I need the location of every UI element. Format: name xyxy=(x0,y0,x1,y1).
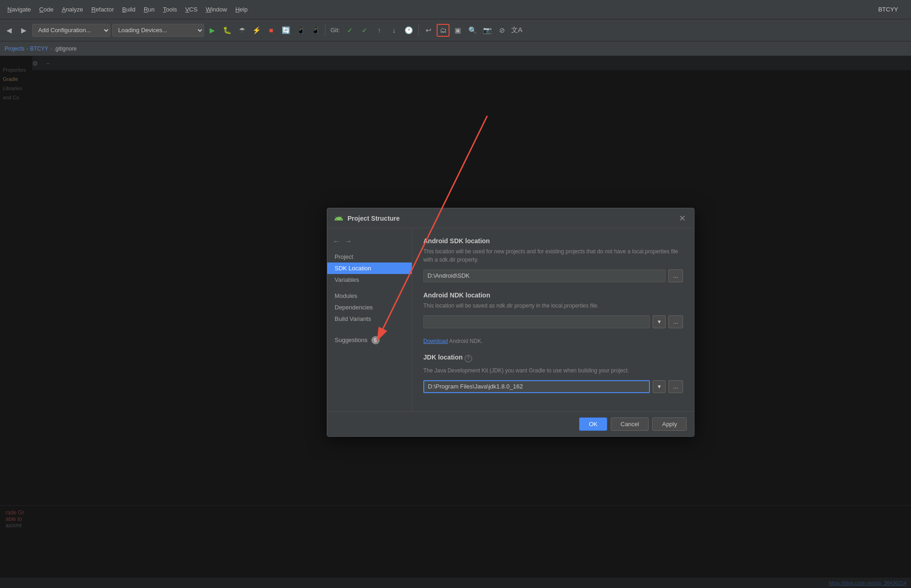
dialog-header: Project Structure ✕ xyxy=(327,208,694,228)
android-icon xyxy=(334,213,344,223)
avd-manager-button[interactable]: 📱 xyxy=(309,24,322,37)
sdk-section-desc: This location will be used for new proje… xyxy=(423,247,683,264)
menu-window[interactable]: Window xyxy=(202,4,231,15)
git-commit-button[interactable]: ✓ xyxy=(358,24,371,37)
jdk-dropdown-button[interactable]: ▾ xyxy=(653,380,666,393)
dialog-footer: OK Cancel Apply xyxy=(327,411,694,436)
menu-build[interactable]: Build xyxy=(119,4,139,15)
dialog-nav-controls: ← → xyxy=(327,234,412,248)
jdk-path-input[interactable] xyxy=(423,380,650,393)
sdk-section-title: Android SDK location xyxy=(423,237,683,245)
forward-button[interactable]: ▶ xyxy=(17,24,30,37)
dialog-body: ← → Project SDK Location Variables Modul… xyxy=(327,228,694,411)
jdk-title-row: JDK location ? xyxy=(423,354,683,364)
separator-2 xyxy=(418,25,419,36)
toolbar: ◀ ▶ Add Configuration... Loading Devices… xyxy=(0,19,911,41)
menu-run[interactable]: Run xyxy=(140,4,159,15)
screenshot-button[interactable]: 📷 xyxy=(481,24,494,37)
sdk-path-row: ... xyxy=(423,269,683,282)
sync-button[interactable]: 🔄 xyxy=(279,24,292,37)
git-label: Git: xyxy=(330,27,340,34)
back-button[interactable]: ◀ xyxy=(3,24,16,37)
nav-item-project[interactable]: Project xyxy=(327,251,412,263)
git-update-button[interactable]: ✓ xyxy=(343,24,356,37)
sdk-path-input[interactable] xyxy=(423,269,666,282)
nav-item-variables[interactable]: Variables xyxy=(327,274,412,285)
split-view-button[interactable]: ▣ xyxy=(451,24,464,37)
menu-bar: Navigate Code Analyze Refactor Build Run… xyxy=(0,0,911,19)
download-ndk-link[interactable]: Download xyxy=(423,338,448,344)
git-history-button[interactable]: 🕐 xyxy=(402,24,415,37)
breadcrumb-file: .gitignore xyxy=(54,46,76,52)
menu-help[interactable]: Help xyxy=(232,4,251,15)
translate-button[interactable]: 文A xyxy=(510,24,523,37)
device-dropdown[interactable]: Loading Devices... xyxy=(112,24,204,37)
no-button[interactable]: ⊘ xyxy=(495,24,508,37)
dialog-main-content: Android SDK location This location will … xyxy=(412,228,694,411)
stop-button[interactable]: ■ xyxy=(265,24,278,37)
jdk-section-desc: The Java Development Kit (JDK) you want … xyxy=(423,366,683,375)
ndk-path-row: ▾ ... xyxy=(423,315,683,328)
undo-button[interactable]: ↩ xyxy=(422,24,435,37)
ndk-path-input[interactable] xyxy=(423,315,650,328)
run-button[interactable]: ▶ xyxy=(206,24,219,37)
menu-tools[interactable]: Tools xyxy=(159,4,181,15)
menu-analyze[interactable]: Analyze xyxy=(58,4,86,15)
dialog-back-btn[interactable]: ← xyxy=(332,236,341,246)
profile-button[interactable]: ⚡ xyxy=(250,24,263,37)
search-button[interactable]: 🔍 xyxy=(466,24,479,37)
git-push-button[interactable]: ↑ xyxy=(373,24,386,37)
jdk-browse-button[interactable]: ... xyxy=(668,380,683,393)
dialog-nav-section: Project SDK Location Variables xyxy=(327,249,412,285)
suggestions-count: 5 xyxy=(371,336,380,344)
breadcrumb-projects[interactable]: Projects xyxy=(5,46,24,52)
dialog-sidebar: ← → Project SDK Location Variables Modul… xyxy=(327,228,412,411)
jdk-help-icon[interactable]: ? xyxy=(465,355,472,362)
nav-item-dependencies[interactable]: Dependencies xyxy=(327,302,412,313)
jdk-path-row: ▾ ... xyxy=(423,380,683,393)
ok-button[interactable]: OK xyxy=(579,417,607,431)
breadcrumb-sep-1: › xyxy=(26,46,28,52)
menu-navigate[interactable]: Navigate xyxy=(4,4,34,15)
apply-button[interactable]: Apply xyxy=(652,417,687,431)
dialog-close-button[interactable]: ✕ xyxy=(677,213,688,224)
ndk-section-desc: This location will be saved as ndk.dir p… xyxy=(423,302,683,310)
cancel-button[interactable]: Cancel xyxy=(611,417,649,431)
menu-code[interactable]: Code xyxy=(35,4,57,15)
project-structure-dialog: Project Structure ✕ ← → Project SDK Loca… xyxy=(327,208,695,437)
breadcrumb-sep-2: › xyxy=(50,46,52,52)
highlighted-button[interactable]: 🗂 xyxy=(437,24,450,37)
coverage-button[interactable]: ☂ xyxy=(235,24,248,37)
dialog-title: Project Structure xyxy=(347,215,677,222)
separator-1 xyxy=(325,25,325,36)
git-fetch-button[interactable]: ↓ xyxy=(387,24,400,37)
download-ndk-text: Android NDK. xyxy=(448,338,483,344)
nav-suggestions[interactable]: Suggestions 5 xyxy=(327,334,412,347)
nav-item-sdk-location[interactable]: SDK Location xyxy=(327,263,412,274)
device-manager-button[interactable]: 📱 xyxy=(294,24,307,37)
ndk-section-title: Android NDK location xyxy=(423,291,683,299)
suggestions-section: Suggestions 5 xyxy=(327,334,412,347)
dialog-forward-btn[interactable]: → xyxy=(344,236,353,246)
main-area: ⊕ ⇅ ⚙ − Properties Gradle Libraries and … xyxy=(0,56,911,588)
dialog-nav-group: Modules Dependencies Build Variants xyxy=(327,285,412,326)
breadcrumb-project[interactable]: BTCYY xyxy=(30,46,48,52)
nav-item-modules[interactable]: Modules xyxy=(327,290,412,302)
breadcrumb-bar: Projects › BTCYY › .gitignore xyxy=(0,41,911,56)
app-title: BTCYY xyxy=(878,6,898,13)
ndk-dropdown-button[interactable]: ▾ xyxy=(653,315,666,328)
menu-refactor[interactable]: Refactor xyxy=(88,4,118,15)
download-ndk-row: Download Android NDK. xyxy=(423,337,683,344)
ndk-browse-button[interactable]: ... xyxy=(668,315,683,328)
sdk-browse-button[interactable]: ... xyxy=(668,269,683,282)
nav-item-build-variants[interactable]: Build Variants xyxy=(327,313,412,325)
debug-button[interactable]: 🐛 xyxy=(221,24,233,37)
jdk-section-title: JDK location xyxy=(423,354,463,361)
menu-vcs[interactable]: VCS xyxy=(182,4,201,15)
config-dropdown[interactable]: Add Configuration... xyxy=(32,24,110,37)
suggestions-label: Suggestions xyxy=(335,337,368,343)
